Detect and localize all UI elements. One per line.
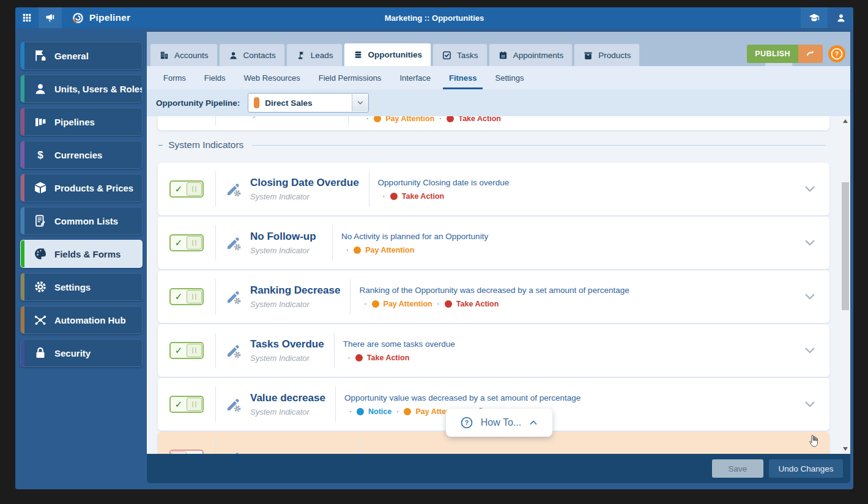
indicator-enabled-toggle[interactable]: ✓ [169, 180, 204, 198]
toggle-cell: ✓ [158, 288, 215, 305]
status-label: Pay Attention [365, 246, 414, 254]
settings-subtab[interactable]: Interface [390, 66, 440, 89]
entity-tab[interactable]: Opportunities [344, 43, 432, 66]
sidebar-item[interactable]: Fields & Forms [20, 240, 143, 268]
window-title: Marketing :: Opportunities [15, 7, 853, 28]
pipeline-dropdown-button[interactable] [352, 94, 368, 111]
indicator-badges: Take Action [378, 192, 790, 201]
undo-arrow-icon [804, 48, 817, 60]
edit-settings-icon[interactable] [225, 343, 242, 359]
scroll-up-arrow[interactable] [843, 119, 848, 123]
settings-subtab-label: Settings [495, 73, 524, 83]
settings-subtab[interactable]: Settings [486, 66, 533, 89]
indicator-subtitle: System Indicator [250, 407, 325, 417]
toggle-cell: ✓ [158, 342, 215, 359]
chevron-down-icon[interactable] [803, 182, 817, 196]
sidebar-item[interactable]: Pipelines [20, 108, 143, 136]
expand-cell [790, 236, 829, 250]
sidebar-item-label: Common Lists [54, 216, 118, 226]
sidebar-item[interactable]: Settings [20, 273, 143, 301]
sidebar-item[interactable]: Products & Prices [20, 174, 143, 202]
sidebar-item[interactable]: Security [20, 339, 143, 367]
scrollbar-thumb[interactable] [842, 182, 849, 310]
entity-tab[interactable]: Appointments [489, 43, 573, 66]
indicator-title-cell: Closing Date Overdue System Indicator [250, 177, 369, 201]
vertical-scrollbar[interactable] [842, 116, 849, 454]
brand-logo[interactable]: Pipeliner [72, 7, 130, 28]
settings-subtab-label: Interface [399, 73, 431, 83]
sidebar-item-label: Currencies [54, 150, 102, 160]
settings-subtab[interactable]: Field Permissions [310, 66, 391, 89]
user-profile-button[interactable] [829, 7, 853, 28]
pipeline-dropdown[interactable]: Direct Sales [248, 93, 369, 113]
edit-settings-icon[interactable] [225, 396, 242, 413]
entity-tab-label: Appointments [513, 51, 564, 60]
indicator-enabled-toggle[interactable]: ✓ [169, 288, 204, 305]
help-button[interactable] [828, 45, 845, 62]
entity-tab[interactable]: Tasks [432, 43, 488, 66]
entity-tab-label: Products [598, 51, 631, 60]
clipped-indicator-row[interactable]: System Indicator Pay Attention Take Acti… [158, 116, 829, 130]
indicator-row[interactable]: ✓ Closing Date Overdue System Indicator [158, 163, 829, 215]
sidebar-item-icon [33, 147, 48, 162]
scroll-down-arrow[interactable] [843, 447, 848, 451]
settings-subtab[interactable]: Fields [195, 66, 235, 89]
sidebar-item-label: Pipelines [54, 117, 95, 127]
undo-changes-button[interactable]: Undo Changes [769, 459, 843, 478]
app-grid-button[interactable] [15, 7, 39, 28]
indicator-enabled-toggle[interactable]: ✓ [169, 342, 204, 359]
sidebar-item[interactable]: Units, Users & Roles [20, 75, 143, 103]
sidebar-item-icon [33, 246, 48, 261]
settings-subtab[interactable]: Fitness [440, 66, 486, 89]
entity-tab-icon [228, 50, 239, 61]
sidebar-item-label: Units, Users & Roles [54, 84, 143, 94]
settings-subtab[interactable]: Forms [154, 66, 195, 89]
indicator-enabled-toggle[interactable]: ✓ [169, 234, 204, 251]
entity-tab[interactable]: Accounts [150, 43, 218, 66]
entity-tab[interactable]: Leads [286, 43, 343, 66]
indicator-rows: ✓ Closing Date Overdue System Indicator [158, 163, 829, 431]
edit-icon-cell [216, 235, 250, 251]
status-label: Take Action [402, 192, 444, 201]
sidebar-item[interactable]: Automation Hub [20, 306, 143, 334]
pipeliner-logo-icon [72, 12, 84, 24]
app-window: Pipeliner Marketing :: Opportunities Gen… [15, 7, 853, 489]
expand-cell [790, 290, 829, 303]
indicator-badges: Pay Attention [341, 246, 790, 254]
chevron-down-icon[interactable] [803, 344, 817, 357]
sidebar-item[interactable]: General [20, 42, 143, 70]
publish-button[interactable]: PUBLISH [747, 45, 798, 63]
entity-tab[interactable]: Contacts [219, 43, 285, 66]
status-dot [357, 408, 364, 415]
save-button[interactable]: Save [712, 459, 763, 478]
chevron-down-icon[interactable] [803, 398, 817, 411]
indicator-enabled-toggle[interactable]: ✓ [169, 396, 204, 413]
indicator-desc-cell: There are some tasks overdue Take Action [335, 339, 790, 362]
indicator-row[interactable]: ✓ Tasks Overdue System Indicator [158, 324, 829, 377]
indicator-title-cell: Tasks Overdue System Indicator [250, 338, 334, 363]
revert-publish-button[interactable] [798, 45, 823, 63]
announcements-button[interactable] [39, 7, 62, 28]
sidebar-item-label: Fields & Forms [54, 249, 121, 259]
indicator-row[interactable]: ✓ No Follow-up System Indicator [158, 217, 829, 269]
indicator-enabled-toggle[interactable] [169, 450, 204, 454]
learning-button[interactable] [801, 7, 828, 28]
sidebar-item[interactable]: Common Lists [20, 207, 143, 235]
indicator-subtitle: System Indicator [250, 354, 324, 363]
edit-settings-icon[interactable] [225, 289, 242, 305]
how-to-button[interactable]: How To... [446, 409, 552, 437]
chevron-down-icon[interactable] [803, 290, 817, 303]
edit-settings-icon[interactable] [225, 235, 242, 251]
toggle-knob [187, 182, 202, 196]
indicator-row[interactable]: ✓ Ranking Decrease System Indicator [158, 270, 829, 323]
clipped-badges: Pay Attention Take Action [362, 116, 501, 123]
collapse-section-icon[interactable]: − [158, 140, 163, 150]
indicator-desc-cell: Opportunity Closing date is overdue Take… [369, 178, 790, 201]
sidebar-item[interactable]: Currencies [20, 141, 143, 169]
edit-settings-icon[interactable] [225, 181, 242, 198]
entity-tab[interactable]: Products [574, 43, 640, 66]
settings-subtab[interactable]: Web Resources [235, 66, 310, 89]
chevron-down-icon[interactable] [803, 236, 817, 250]
section-divider-line [252, 145, 826, 146]
status-badge: Pay Attention [362, 116, 434, 123]
